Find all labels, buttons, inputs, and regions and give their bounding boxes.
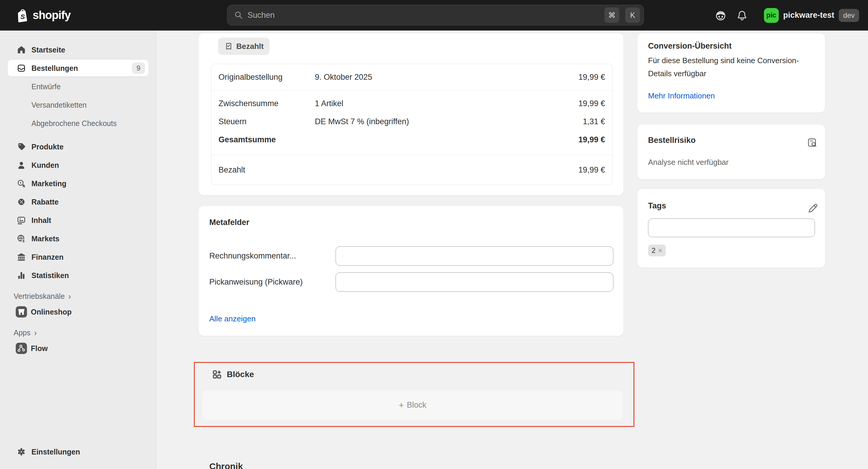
sidebar-navigation: Startseite Bestellungen 9 Entwürfe Versa… — [0, 31, 157, 469]
sidebar-item-label: Inhalt — [31, 216, 51, 225]
sidebar-item-label: Onlineshop — [31, 308, 72, 316]
search-input[interactable] — [248, 11, 598, 20]
command-key-badge: ⌘ — [604, 7, 619, 23]
bar-chart-icon — [17, 271, 26, 280]
order-risk-title: Bestellrisiko — [648, 136, 696, 145]
metafield-row: Rechnungskommentar... — [209, 246, 613, 265]
metafield-input-rechnungskommentar[interactable] — [336, 246, 613, 265]
tag-chip-label: 2 — [652, 246, 655, 255]
topbar: S shopify ⌘ K — [0, 0, 868, 31]
order-risk-body: Analyse nicht verfügbar — [648, 158, 729, 167]
shopify-wordmark: shopify — [33, 9, 70, 22]
sidebar-item-produkte[interactable]: Produkte — [8, 138, 149, 155]
plus-icon: + — [399, 401, 404, 410]
topbar-right: pic pickware-test dev — [710, 0, 859, 31]
conversion-card: Conversion-Übersicht Für diese Bestellun… — [638, 33, 825, 113]
sidebar-item-label: Rabatte — [31, 198, 59, 206]
add-block-button[interactable]: + Block — [202, 390, 623, 420]
payment-row-taxes: Steuern DE MwSt 7 % (inbegriffen) 1,31 € — [218, 113, 605, 131]
sidebar-item-statistiken[interactable]: Statistiken — [8, 267, 149, 284]
blocks-title: Blöcke — [227, 370, 254, 379]
payment-summary-box: Originalbestellung 9. Oktober 2025 19,99… — [211, 64, 613, 185]
sidebar-item-versandetiketten[interactable]: Versandetiketten — [8, 97, 149, 113]
payment-row-original: Originalbestellung 9. Oktober 2025 19,99… — [218, 73, 605, 82]
sidebar-item-finanzen[interactable]: Finanzen — [8, 249, 149, 265]
more-information-link[interactable]: Mehr Informationen — [648, 91, 715, 100]
sidebar-item-markets[interactable]: $ Markets — [8, 230, 149, 247]
sidebar-item-flow[interactable]: Flow — [8, 340, 149, 357]
global-search[interactable]: ⌘ K — [227, 5, 644, 26]
store-avatar: pic — [764, 8, 779, 23]
sidebar-item-entwuerfe[interactable]: Entwürfe — [8, 78, 149, 95]
sidebar-item-label: Finanzen — [31, 253, 63, 261]
sidebar-item-marketing[interactable]: Marketing — [8, 175, 149, 192]
flow-app-icon — [16, 342, 27, 354]
payment-row-total: Gesamtsumme 19,99 € — [218, 131, 605, 149]
blocks-grid-icon — [212, 369, 222, 379]
sales-channels-header[interactable]: Vertriebskanäle › — [8, 292, 149, 301]
dev-environment-badge: dev — [839, 9, 859, 22]
chevron-right-icon: › — [34, 329, 37, 337]
metafield-input-pickanweisung[interactable] — [336, 273, 613, 292]
tags-title: Tags — [648, 201, 666, 211]
sidebar-item-inhalt[interactable]: Inhalt — [8, 212, 149, 228]
payment-row-paid: Bezahlt 19,99 € — [218, 165, 605, 175]
orders-icon — [17, 63, 26, 73]
sidebar-item-label: Produkte — [31, 143, 63, 151]
edit-pencil-icon[interactable] — [806, 202, 818, 214]
paid-status-label: Bezahlt — [236, 42, 264, 51]
blocks-header: Blöcke — [212, 369, 254, 379]
timeline-heading: Chronik — [209, 461, 243, 469]
paid-status-badge: Bezahlt — [218, 38, 270, 55]
show-all-metafields-link[interactable]: Alle anzeigen — [209, 314, 255, 323]
shopify-logo[interactable]: S shopify — [16, 0, 70, 31]
order-risk-card: Bestellrisiko Analyse nicht verfügbar — [638, 125, 825, 179]
metafields-card: Metafelder Rechnungskommentar... Pickanw… — [198, 206, 623, 336]
sidebar-item-label: Entwürfe — [31, 83, 61, 91]
bank-icon — [17, 252, 26, 262]
sidebar-item-einstellungen[interactable]: Einstellungen — [8, 443, 149, 460]
account-menu[interactable]: pic pickware-test dev — [764, 8, 859, 23]
sidebar-item-onlineshop[interactable]: Onlineshop — [8, 304, 149, 320]
sidebar-item-label: Einstellungen — [31, 448, 80, 456]
sidebar-item-rabatte[interactable]: Rabatte — [8, 194, 149, 210]
sidebar-item-label: Bestellungen — [31, 64, 78, 73]
tag-icon — [17, 142, 26, 152]
store-name: pickware-test — [783, 11, 835, 20]
globe-dollar-icon: $ — [17, 234, 26, 243]
tags-input[interactable] — [648, 218, 815, 237]
sidebar-item-label: Kunden — [31, 161, 59, 169]
metafield-row: Pickanweisung (Pickware) — [209, 273, 613, 292]
tag-chip: 2 × — [648, 245, 666, 256]
content-image-icon — [17, 216, 26, 225]
sidebar-item-label: Statistiken — [31, 271, 69, 280]
remove-tag-icon[interactable]: × — [658, 247, 662, 254]
sidebar-item-abgebrochene-checkouts[interactable]: Abgebrochene Checkouts — [8, 115, 149, 132]
orders-count-badge: 9 — [132, 63, 145, 74]
annotation-rectangle: Blöcke + Block — [194, 362, 634, 427]
sidebar-item-label: Versandetiketten — [31, 101, 87, 110]
discount-seal-icon — [17, 197, 26, 207]
payment-row-subtotal: Zwischensumme 1 Artikel 19,99 € — [218, 95, 605, 113]
assistant-icon[interactable] — [710, 5, 731, 26]
sidebar-item-startseite[interactable]: Startseite — [8, 41, 149, 58]
sidebar-item-label: Abgebrochene Checkouts — [31, 119, 117, 128]
svg-text:$: $ — [23, 239, 25, 243]
metafield-label: Rechnungskommentar... — [209, 251, 336, 260]
search-icon — [234, 10, 243, 20]
paid-ticket-icon — [224, 42, 233, 51]
sidebar-item-label: Marketing — [31, 179, 66, 188]
sidebar-item-label: Markets — [31, 234, 60, 243]
conversion-body: Für diese Bestellung sind keine Conversi… — [648, 54, 814, 80]
gear-icon — [17, 447, 26, 457]
payment-card: Bezahlt Originalbestellung 9. Oktober 20… — [198, 33, 623, 195]
notifications-bell-icon[interactable] — [731, 5, 753, 26]
shopify-bag-icon: S — [16, 8, 29, 23]
apps-header[interactable]: Apps › — [8, 329, 149, 337]
sidebar-item-bestellungen[interactable]: Bestellungen 9 — [8, 60, 149, 76]
conversion-title: Conversion-Übersicht — [648, 41, 732, 51]
home-icon — [17, 45, 26, 55]
sidebar-item-label: Flow — [31, 344, 48, 353]
sidebar-item-kunden[interactable]: Kunden — [8, 157, 149, 174]
risk-analysis-icon[interactable] — [806, 137, 818, 149]
